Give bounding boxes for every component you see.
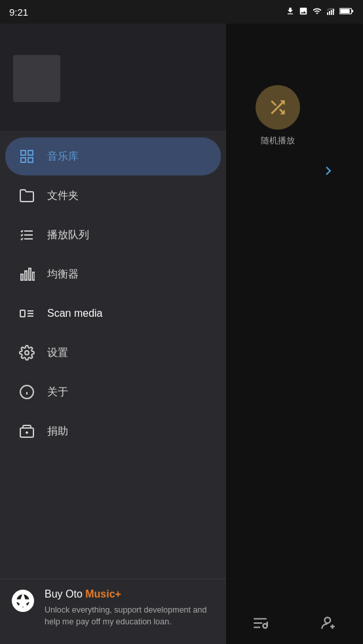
playlist-icon[interactable] [252,615,269,634]
folders-label: 文件夹 [47,189,79,203]
nav-item-settings[interactable]: 设置 [5,334,221,372]
svg-rect-6 [340,9,349,13]
donate-icon [18,423,35,440]
nav-item-about[interactable]: 关于 [5,373,221,411]
svg-rect-1 [329,11,330,15]
nav-item-donate[interactable]: 捐助 [5,412,221,450]
battery-icon [339,7,354,17]
queue-icon [18,226,35,243]
queue-label: 播放队列 [47,228,89,242]
folder-icon [18,187,35,204]
svg-rect-3 [333,9,334,14]
scan-icon [18,305,35,322]
svg-rect-20 [20,310,25,317]
shuffle-icon [267,97,288,118]
bottom-bar [226,605,363,644]
nav-item-music-library[interactable]: 音乐库 [5,137,221,175]
footer-text-block: Buy Oto Music+ Unlock everything, suppor… [45,588,216,629]
about-label: 关于 [47,385,68,399]
equalizer-icon [18,266,35,283]
drawer-footer[interactable]: Buy Oto Music+ Unlock everything, suppor… [0,579,226,645]
svg-point-24 [25,351,29,355]
svg-rect-19 [33,272,35,280]
svg-rect-10 [28,151,33,155]
svg-rect-11 [21,158,26,162]
svg-rect-18 [29,268,31,280]
drawer: 音乐库 文件夹 播放队列 均衡器 Sca [0,0,226,644]
star-icon [10,588,35,613]
svg-rect-0 [327,12,328,14]
svg-rect-16 [21,274,23,280]
footer-title-prefix: Buy Oto [45,588,85,599]
footer-title: Buy Oto Music+ [45,588,216,600]
footer-title-accent: Music+ [85,588,121,599]
user-add-icon[interactable] [320,615,337,634]
shuffle-button[interactable] [256,85,300,130]
nav-item-folders[interactable]: 文件夹 [5,177,221,215]
download-icon [286,7,295,18]
library-label: 音乐库 [47,150,79,164]
shuffle-label: 随机播放 [261,135,295,147]
nav-item-equalizer[interactable]: 均衡器 [5,255,221,293]
library-icon [18,148,35,165]
settings-label: 设置 [47,346,68,360]
shuffle-area: 随机播放 [256,85,300,147]
scan-label: Scan media [47,308,103,319]
status-icons [286,7,354,18]
svg-point-8 [324,617,330,623]
photo-icon [299,7,308,18]
equalizer-label: 均衡器 [47,268,79,281]
donate-label: 捐助 [47,425,68,438]
info-icon [18,384,35,401]
svg-rect-17 [25,271,27,280]
settings-icon [18,344,35,361]
arrow-right-icon[interactable] [320,162,337,184]
svg-rect-5 [352,10,353,12]
album-thumbnail [13,55,60,102]
nav-item-queue[interactable]: 播放队列 [5,216,221,254]
svg-rect-2 [331,10,332,15]
footer-description: Unlock everything, support development a… [45,604,216,629]
status-time: 9:21 [9,7,28,18]
status-bar: 9:21 [0,0,363,24]
signal-icon [326,7,335,18]
svg-rect-9 [21,151,26,155]
nav-item-scan-media[interactable]: Scan media [5,295,221,332]
wifi-icon [312,7,322,18]
svg-rect-12 [28,158,33,162]
nav-list: 音乐库 文件夹 播放队列 均衡器 Sca [0,131,226,579]
